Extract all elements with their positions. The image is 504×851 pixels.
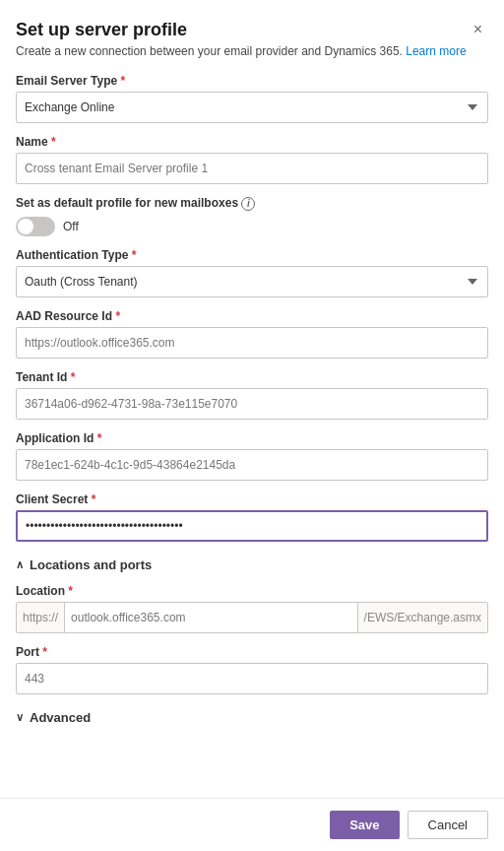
toggle-slider <box>16 217 55 236</box>
advanced-section-label: Advanced <box>30 710 91 725</box>
required-star-location: * <box>68 584 73 598</box>
aad-resource-id-input[interactable] <box>16 327 488 359</box>
required-star-tenant: * <box>71 370 76 384</box>
port-group: Port * <box>16 645 488 694</box>
auth-type-select[interactable]: Oauth (Cross Tenant)OAuthS2S <box>16 266 488 297</box>
client-secret-label: Client Secret * <box>16 492 488 506</box>
client-secret-input[interactable] <box>16 510 488 542</box>
location-label: Location * <box>16 584 488 598</box>
required-star-aad: * <box>115 309 120 323</box>
application-id-input[interactable] <box>16 449 488 481</box>
default-profile-group: Set as default profile for new mailboxes… <box>16 196 488 236</box>
aad-resource-id-group: AAD Resource Id * <box>16 309 488 359</box>
locations-section-label: Locations and ports <box>30 557 152 572</box>
default-profile-label: Set as default profile for new mailboxes… <box>16 196 488 211</box>
auth-type-label: Authentication Type * <box>16 248 488 262</box>
name-label: Name * <box>16 135 488 149</box>
save-button[interactable]: Save <box>330 811 399 839</box>
client-secret-group: Client Secret * <box>16 492 488 542</box>
name-group: Name * <box>16 135 488 184</box>
toggle-row: Off <box>16 217 488 236</box>
application-id-group: Application Id * <box>16 431 488 481</box>
tenant-id-input[interactable] <box>16 388 488 420</box>
tenant-id-label: Tenant Id * <box>16 370 488 384</box>
required-star-app: * <box>97 431 102 445</box>
dialog-subtitle: Create a new connection between your ema… <box>16 44 488 58</box>
location-group: Location * https:// /EWS/Exchange.asmx <box>16 584 488 633</box>
email-server-type-group: Email Server Type * Exchange OnlineExcha… <box>16 74 488 123</box>
location-main-input[interactable] <box>65 603 357 632</box>
aad-resource-id-label: AAD Resource Id * <box>16 309 488 323</box>
port-input[interactable] <box>16 663 488 694</box>
required-star-secret: * <box>92 492 96 506</box>
dialog-title: Set up server profile <box>16 20 187 40</box>
toggle-switch[interactable] <box>16 217 55 236</box>
required-star: * <box>121 74 126 88</box>
dialog-header: Set up server profile × <box>16 20 488 40</box>
info-icon[interactable]: i <box>241 197 255 211</box>
close-button[interactable]: × <box>468 20 488 39</box>
location-prefix: https:// <box>17 603 65 632</box>
advanced-section-header[interactable]: ∨ Advanced <box>16 710 488 725</box>
name-input[interactable] <box>16 153 488 184</box>
location-input-group: https:// /EWS/Exchange.asmx <box>16 602 488 633</box>
required-star-port: * <box>42 645 47 659</box>
toggle-off-label: Off <box>63 220 79 233</box>
dialog-container: Set up server profile × Create a new con… <box>0 0 504 851</box>
locations-section-header[interactable]: ∧ Locations and ports <box>16 557 488 572</box>
tenant-id-group: Tenant Id * <box>16 370 488 420</box>
email-server-type-select[interactable]: Exchange OnlineExchange (On-premises)Oth… <box>16 92 488 123</box>
cancel-button[interactable]: Cancel <box>408 811 488 839</box>
dialog-footer: Save Cancel <box>0 798 504 851</box>
learn-more-link[interactable]: Learn more <box>406 44 466 58</box>
port-label: Port * <box>16 645 488 659</box>
chevron-down-icon: ∨ <box>16 711 24 724</box>
required-star-auth: * <box>132 248 137 262</box>
chevron-up-icon: ∧ <box>16 558 24 571</box>
application-id-label: Application Id * <box>16 431 488 445</box>
auth-type-group: Authentication Type * Oauth (Cross Tenan… <box>16 248 488 297</box>
required-star-name: * <box>51 135 56 149</box>
email-server-type-label: Email Server Type * <box>16 74 488 88</box>
location-suffix: /EWS/Exchange.asmx <box>357 603 487 632</box>
